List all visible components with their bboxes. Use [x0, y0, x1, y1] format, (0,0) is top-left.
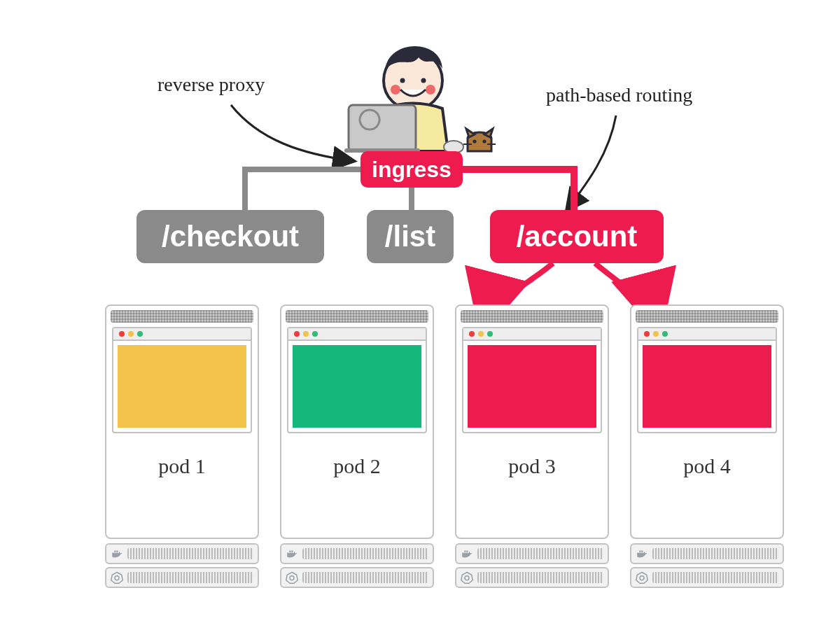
rack-docker: [280, 543, 434, 564]
arrow-reverse-proxy: [231, 105, 354, 161]
docker-icon: [636, 547, 648, 560]
route-account: /account: [490, 210, 664, 263]
rack-kubernetes: [455, 567, 609, 588]
rack-4: [630, 540, 784, 588]
app-screen: [468, 345, 596, 428]
app-screen: [293, 345, 421, 428]
pod-label: pod 1: [106, 454, 258, 478]
connector-ingress-account: [459, 169, 574, 210]
traffic-light-max-icon: [137, 331, 143, 337]
svg-point-3: [400, 78, 405, 83]
app-window: [637, 327, 777, 433]
docker-icon: [111, 547, 123, 560]
traffic-light-close-icon: [644, 331, 650, 337]
app-window: [287, 327, 427, 433]
svg-point-2: [426, 85, 435, 94]
svg-rect-5: [349, 105, 416, 151]
server-vent-top: [636, 310, 778, 323]
rack-vents: [652, 572, 778, 583]
arrow-path-based-routing: [567, 115, 616, 210]
app-screen: [643, 345, 771, 428]
traffic-light-min-icon: [128, 331, 134, 337]
docker-icon: [286, 547, 298, 560]
svg-point-8: [472, 139, 476, 143]
rack-vents: [652, 548, 778, 559]
rack-vents: [477, 548, 603, 559]
svg-marker-14: [286, 573, 298, 584]
rack-1: [105, 540, 259, 588]
rack-kubernetes: [630, 567, 784, 588]
pod-label: pod 3: [456, 454, 608, 478]
svg-point-19: [640, 576, 644, 580]
traffic-light-close-icon: [294, 331, 300, 337]
svg-marker-12: [111, 573, 123, 584]
svg-point-17: [465, 576, 469, 580]
window-titlebar: [113, 328, 251, 341]
svg-point-4: [421, 78, 426, 83]
svg-point-15: [290, 576, 294, 580]
annotation-reverse-proxy: reverse proxy: [158, 74, 265, 96]
svg-point-0: [384, 51, 442, 110]
svg-marker-16: [461, 573, 473, 584]
svg-marker-18: [636, 573, 648, 584]
rack-docker: [630, 543, 784, 564]
docker-icon: [461, 547, 473, 560]
pod-card-2: pod 2: [280, 304, 434, 539]
pod-card-3: pod 3: [455, 304, 609, 539]
app-window: [462, 327, 602, 433]
app-screen: [118, 345, 246, 428]
route-checkout: /checkout: [136, 210, 324, 263]
rack-vents: [302, 572, 428, 583]
window-titlebar: [638, 328, 776, 341]
traffic-light-min-icon: [478, 331, 484, 337]
kubernetes-icon: [286, 571, 298, 584]
rack-docker: [105, 543, 259, 564]
kubernetes-icon: [461, 571, 473, 584]
svg-point-9: [482, 139, 486, 143]
svg-point-13: [115, 576, 119, 580]
rack-vents: [127, 572, 253, 583]
route-list: /list: [367, 210, 454, 263]
ingress-node: ingress: [360, 151, 463, 188]
server-vent-top: [461, 310, 603, 323]
pod-label: pod 2: [281, 454, 433, 478]
traffic-light-min-icon: [303, 331, 309, 337]
traffic-light-close-icon: [119, 331, 125, 337]
cat-icon: [463, 129, 496, 151]
traffic-light-close-icon: [469, 331, 475, 337]
svg-point-1: [391, 85, 400, 94]
rack-kubernetes: [105, 567, 259, 588]
traffic-light-max-icon: [312, 331, 318, 337]
pod-card-4: pod 4: [630, 304, 784, 539]
rack-vents: [302, 548, 428, 559]
server-vent-top: [111, 310, 253, 323]
rack-vents: [477, 572, 603, 583]
traffic-light-max-icon: [487, 331, 493, 337]
traffic-light-max-icon: [662, 331, 668, 337]
user-illustration: [344, 46, 496, 153]
rack-2: [280, 540, 434, 588]
pod-label: pod 4: [631, 454, 783, 478]
pod-card-1: pod 1: [105, 304, 259, 539]
connector-ingress-checkout: [245, 169, 364, 210]
kubernetes-icon: [636, 571, 648, 584]
annotation-path-based-routing: path-based routing: [546, 84, 692, 106]
rack-kubernetes: [280, 567, 434, 588]
rack-docker: [455, 543, 609, 564]
app-window: [112, 327, 252, 433]
kubernetes-icon: [111, 571, 123, 584]
window-titlebar: [463, 328, 601, 341]
window-titlebar: [288, 328, 426, 341]
server-vent-top: [286, 310, 428, 323]
traffic-light-min-icon: [653, 331, 659, 337]
rack-3: [455, 540, 609, 588]
rack-vents: [127, 548, 253, 559]
